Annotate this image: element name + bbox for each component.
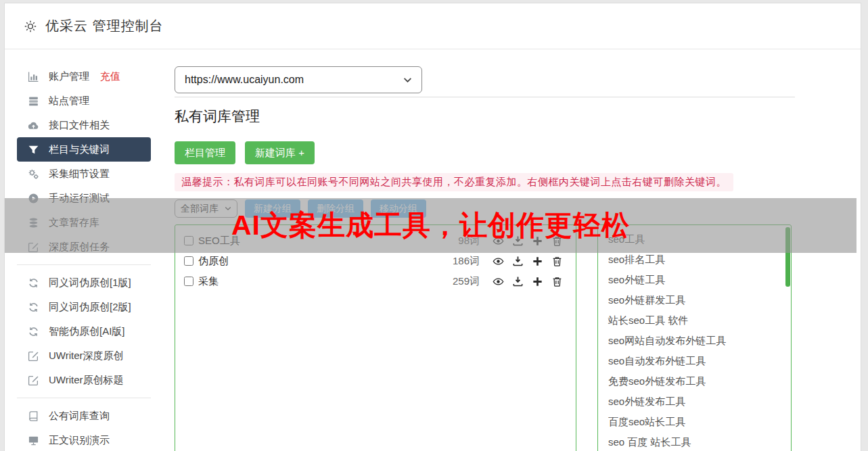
sidebar-item-columns-keywords[interactable]: 栏目与关键词: [17, 137, 151, 162]
sidebar-divider: [17, 264, 151, 265]
site-selector[interactable]: https://www.ucaiyun.com: [175, 66, 422, 93]
cloud-upload-icon: [28, 120, 39, 131]
sidebar-item-ai-rewrite[interactable]: 智能伪原创[AI版]: [17, 319, 151, 343]
ad-banner-text: AI文案生成工具，让创作更轻松: [231, 207, 630, 244]
download-icon[interactable]: [512, 256, 524, 267]
sidebar-item-content-recognition[interactable]: 正文识别演示: [17, 428, 151, 451]
column-manage-button[interactable]: 栏目管理: [175, 141, 235, 164]
sidebar-item-label: 同义词伪原创[1版]: [49, 277, 131, 289]
sidebar-item-collect-settings[interactable]: 采集细节设置: [17, 162, 151, 186]
sidebar-item-label: 智能伪原创[AI版]: [49, 325, 125, 338]
view-icon[interactable]: [493, 276, 504, 287]
tip-banner: 温馨提示：私有词库可以在同账号不同网站之间共享使用，不必重复添加。右侧框内关键词…: [175, 173, 733, 191]
keyword-item[interactable]: seo网站自动发布外链工具: [598, 331, 791, 351]
refresh-icon: [28, 302, 39, 313]
ad-banner-overlay: AI文案生成工具，让创作更轻松: [5, 198, 856, 253]
sidebar-item-sites[interactable]: 站点管理: [17, 89, 151, 113]
lexicon-row-collect: 采集 259词: [175, 271, 576, 291]
keyword-item[interactable]: seo外链发布工具: [598, 391, 791, 412]
sidebar-item-label: UWriter深度原创: [49, 350, 124, 362]
gear-logo-icon: [24, 20, 37, 33]
keyword-item[interactable]: seo外链群发工具: [598, 290, 791, 310]
lexicon-list-panel: SEO工具 98词 伪原创 186词: [175, 224, 576, 451]
lexicon-word-count: 259词: [453, 275, 480, 288]
refresh-icon: [28, 277, 39, 289]
chevron-down-icon: [403, 77, 412, 83]
keyword-item[interactable]: 免费seo外链发布工具: [598, 371, 791, 391]
sidebar-divider: [17, 398, 151, 398]
refresh-icon: [28, 326, 39, 337]
sidebar-item-account[interactable]: 账户管理 充值: [17, 64, 151, 89]
filter-icon: [28, 144, 39, 156]
keyword-item[interactable]: seo自动发布外链工具: [598, 351, 791, 371]
app-header: 优采云 管理控制台: [5, 3, 861, 49]
sidebar-item-uwriter-title[interactable]: UWriter原创标题: [17, 368, 151, 392]
add-icon[interactable]: [532, 276, 543, 287]
lexicon-row-pseudo-original: 伪原创 186词: [175, 251, 576, 271]
sidebar-item-label: 站点管理: [49, 95, 89, 108]
keyword-item[interactable]: seo外链工具: [598, 270, 791, 290]
sidebar-item-label: 采集细节设置: [49, 168, 110, 181]
sidebar-item-label: 栏目与关键词: [49, 143, 110, 156]
gears-icon: [28, 168, 39, 180]
view-icon[interactable]: [493, 256, 504, 267]
download-icon[interactable]: [512, 276, 524, 287]
delete-icon[interactable]: [551, 256, 563, 267]
sidebar-item-label: 账户管理: [49, 70, 89, 83]
sidebar-item-label: 正文识别演示: [49, 434, 110, 447]
lexicon-word-count: 186词: [453, 255, 480, 268]
monitor-icon: [28, 435, 39, 446]
book-icon: [28, 410, 39, 422]
lexicon-name: 采集: [198, 275, 219, 288]
lexicon-name: 伪原创: [198, 255, 229, 268]
add-icon[interactable]: [532, 256, 543, 267]
lexicon-checkbox[interactable]: [184, 277, 193, 286]
app-title: 优采云 管理控制台: [45, 17, 164, 35]
edit-icon: [28, 350, 39, 362]
sidebar-item-synonym-v2[interactable]: 同义词伪原创[2版]: [17, 295, 151, 319]
content-divider: [175, 97, 795, 97]
recharge-badge[interactable]: 充值: [100, 70, 120, 83]
sidebar-item-interface-files[interactable]: 接口文件相关: [17, 113, 151, 137]
site-selector-value: https://www.ucaiyun.com: [185, 74, 304, 86]
lexicon-checkbox[interactable]: [184, 256, 193, 266]
keyword-item[interactable]: 站长seo工具 软件: [598, 310, 791, 331]
keyword-item[interactable]: seo 百度 站长工具: [598, 432, 791, 451]
delete-icon[interactable]: [551, 276, 563, 287]
sidebar-item-label: 公有词库查询: [49, 410, 110, 423]
sidebar-item-uwriter-deep[interactable]: UWriter深度原创: [17, 343, 151, 368]
keyword-item[interactable]: 百度seo站长工具: [598, 412, 791, 432]
sidebar-item-label: 同义词伪原创[2版]: [49, 301, 131, 314]
keyword-list-panel: seo工具 seo排名工具 seo外链工具 seo外链群发工具 站长seo工具 …: [597, 224, 792, 451]
edit-icon: [28, 375, 39, 386]
bar-chart-icon: [28, 71, 39, 82]
new-lexicon-button[interactable]: 新建词库 +: [245, 141, 315, 164]
sidebar-item-public-lexicon[interactable]: 公有词库查询: [17, 404, 151, 428]
sidebar-item-synonym-v1[interactable]: 同义词伪原创[1版]: [17, 270, 151, 295]
server-icon: [28, 95, 39, 107]
sidebar-item-label: 接口文件相关: [49, 119, 110, 132]
page-title: 私有词库管理: [175, 107, 861, 126]
sidebar-item-label: UWriter原创标题: [49, 374, 124, 387]
